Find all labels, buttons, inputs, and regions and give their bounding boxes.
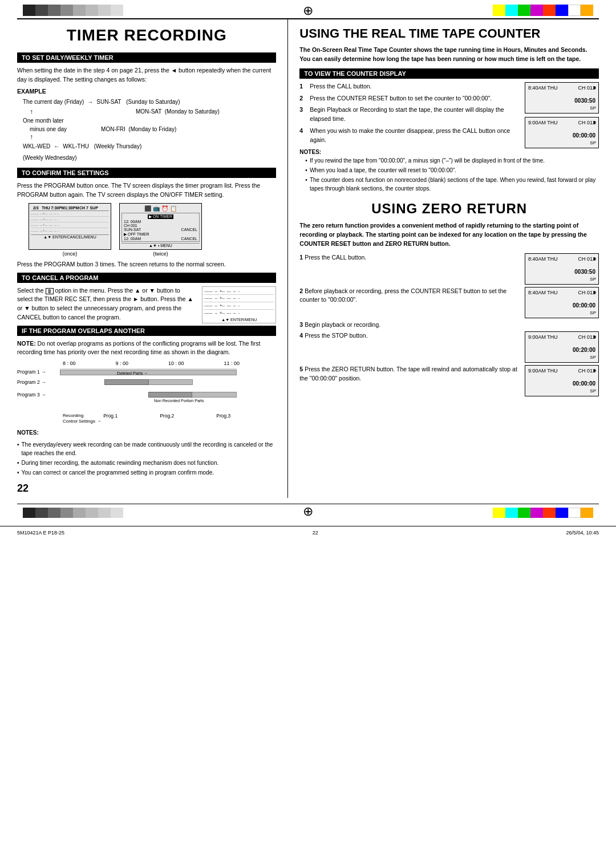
once-screen: 2/3THU7:30PM1:30PMCH 7SUP --------+-----… — [29, 203, 111, 250]
overlaps-header: IF THE PROGRAM OVERLAPS ANOTHER — [17, 326, 276, 336]
step-1-text: Press the CALL button. — [310, 82, 371, 91]
on-timer-section: ▶ ON TIMER 12: 00AM CH 001 SUN-SATCANCEL… — [121, 213, 200, 242]
zero-step-5-text: 5 Press the ZERO RETURN button. The tape… — [299, 365, 520, 383]
icon-1: ⬛ — [144, 205, 151, 212]
zero-step-1-row: 1 Press the CALL button. 8:40AM THU CH 0… — [299, 253, 599, 285]
screen-2-counter: 00:00:00 — [528, 132, 595, 139]
left-gray-bars — [23, 5, 123, 16]
zero-step-4-row: 4 Press the STOP button. 9:00AM THU CH 0… — [299, 331, 599, 363]
zero-s4-sp: SP — [590, 355, 596, 360]
zero-s4-dot: ■ — [593, 334, 596, 339]
prog2-bar-container: Deleted Parts ← — [60, 379, 237, 386]
step-3-num: 3 — [299, 106, 306, 124]
bottom-gray-1 — [23, 508, 35, 518]
zero-s5-counter: 00:00:00 — [528, 380, 595, 387]
zero-s5-sp: SP — [590, 388, 596, 394]
zero-step-5-num: 5 — [299, 366, 305, 372]
cancel-header: TO CANCEL A PROGRAM — [17, 273, 276, 283]
arrow-up-1: ↑ — [30, 108, 33, 115]
footer-center: 22 — [313, 530, 318, 536]
gray-bar-2 — [35, 5, 48, 16]
weekly-wednesday: (Weekly Wednesday) — [23, 153, 276, 163]
twice-screen-wrap: ⬛ 📺 ⏰ 📋 ▶ ON TIMER 12: 00AM CH 001 — [119, 203, 202, 257]
bottom-bar-green — [518, 508, 530, 518]
color-bar-orange — [581, 5, 593, 16]
icon-2: 📺 — [153, 205, 160, 212]
zero-step-4-num: 4 — [299, 332, 305, 339]
confirm-header: TO CONFIRM THE SETTINGS — [17, 168, 276, 178]
gray-bar-1 — [23, 5, 35, 16]
icon-4: 📋 — [170, 205, 177, 212]
color-bar-blue — [556, 5, 568, 16]
cancel-section: --------+-------- --------+-------- ----… — [17, 286, 276, 326]
screen-1-time: 8:40AM THU — [528, 85, 558, 91]
prog-names-row: RecordingControl Settings → Prog.1 Prog.… — [63, 413, 276, 424]
wkl-wed: WKL-WED — [23, 141, 50, 152]
zero-return-steps: 1 Press the CALL button. 8:40AM THU CH 0… — [299, 253, 599, 397]
color-bar-magenta — [530, 5, 543, 16]
overlap-diagram: 8 : 00 9 : 00 10 : 00 11 : 00 Program 1 … — [17, 360, 276, 424]
screen-box-2: 9:00AM THU CH 012 ■ 00:00:00 SP — [525, 117, 599, 148]
gray-bar-6 — [86, 5, 98, 16]
twice-screen: ⬛ 📺 ⏰ 📋 ▶ ON TIMER 12: 00AM CH 001 — [119, 203, 202, 250]
time-900: 9 : 00 — [115, 360, 128, 366]
step-4-text: When you wish to make the counter disapp… — [310, 127, 519, 145]
day-row: SUN-SATCANCEL — [124, 228, 197, 232]
bottom-gray-3 — [48, 508, 60, 518]
screen-footer-nav: ▲▼ ENTER/CANCEL/MENU — [31, 234, 109, 239]
step-2-num: 2 — [299, 94, 306, 103]
mon-fri: MON-FRI (Monday to Friday) — [101, 127, 176, 132]
screen-rows: --------+-------- --------+-------- ----… — [31, 211, 109, 233]
view-note-2: When you load a tape, the counter will r… — [305, 166, 599, 175]
screen-2-time: 9:00AM THU — [528, 120, 558, 125]
time-row: 12: 00AM — [124, 220, 197, 224]
timer-screens-container: 2/3THU7:30PM1:30PMCH 7SUP --------+-----… — [29, 203, 276, 257]
bottom-left-bars — [23, 508, 123, 520]
color-bar-green — [518, 5, 530, 16]
screen-2-dot: ■ — [593, 120, 596, 125]
zero-s5-time: 9:00AM THU — [528, 368, 558, 374]
page-number: 22 — [17, 483, 276, 495]
arrow-right-1: → — [87, 97, 93, 107]
gray-bar-7 — [98, 5, 111, 16]
off-time-row: 12: 00AMCANCEL — [124, 237, 197, 241]
view-counter-header: TO VIEW THE COUNTER DISPLAY — [299, 68, 599, 79]
zero-step-3-row: 3 Begin playback or recording. — [299, 321, 599, 330]
zero-s4-time: 9:00AM THU — [528, 334, 558, 340]
gray-bar-4 — [60, 5, 73, 16]
confirm-body: Press the PROGRAM button once. The TV sc… — [17, 181, 276, 200]
prog-name-1: Prog.1 — [103, 413, 117, 424]
color-bars-top: ⊕ — [0, 0, 616, 16]
zero-screen-1: 8:40AM THU CH 012 ■ 0030:50 SP — [525, 253, 599, 285]
screen-2-header: 9:00AM THU CH 012 — [528, 120, 595, 125]
bottom-gray-4 — [60, 508, 73, 518]
once-screen-wrap: 2/3THU7:30PM1:30PMCH 7SUP --------+-----… — [29, 203, 111, 257]
zero-s2-sp: SP — [590, 310, 596, 315]
arrow-diagram: The current day (Friday) → SUN-SAT (Sund… — [23, 97, 276, 164]
recording-control-label: RecordingControl Settings → — [63, 413, 101, 424]
left-column: TIMER RECORDING TO SET DAILY/WEEKLY TIME… — [17, 19, 288, 498]
cancel-box-rows: --------+-------- --------+-------- ----… — [204, 288, 274, 317]
gray-bar-8 — [111, 5, 123, 16]
time-axis: 8 : 00 9 : 00 10 : 00 11 : 00 — [63, 360, 240, 366]
twice-label: (twice) — [119, 251, 202, 257]
zero-return-title: USING ZERO RETURN — [299, 201, 599, 217]
arrow-up-2: ↑ — [30, 132, 33, 142]
bottom-bar-orange — [581, 508, 593, 518]
bottom-gray-8 — [111, 508, 123, 518]
zero-s1-sp: SP — [590, 277, 596, 282]
zero-s2-dot: ■ — [593, 290, 596, 295]
zero-screen-4: 9:00AM THU CH 012 ■ 00:20:00 SP — [525, 331, 599, 363]
screen-box-1: 8:40AM THU CH 012 ■ 0030:50 SP — [525, 82, 599, 114]
color-bar-red — [543, 5, 556, 16]
non-recorded-label: Non Recorded Portion Parts — [154, 399, 204, 403]
view-counter-notes: NOTES: If you rewind the tape from "00:0… — [299, 148, 599, 193]
cancel-box-footer: ▲▼ ENTER/MENU — [204, 317, 274, 322]
prog-name-3: Prog.3 — [216, 413, 230, 424]
zero-step-5-row: 5 Press the ZERO RETURN button. The tape… — [299, 365, 599, 396]
crosshair-bottom: ⊕ — [303, 504, 313, 520]
step-1-num: 1 — [299, 82, 306, 91]
timer-recording-title: TIMER RECORDING — [17, 26, 276, 44]
deleted-label: Deleted Parts ← — [117, 371, 148, 376]
arrow-left-1: ← — [54, 141, 59, 152]
